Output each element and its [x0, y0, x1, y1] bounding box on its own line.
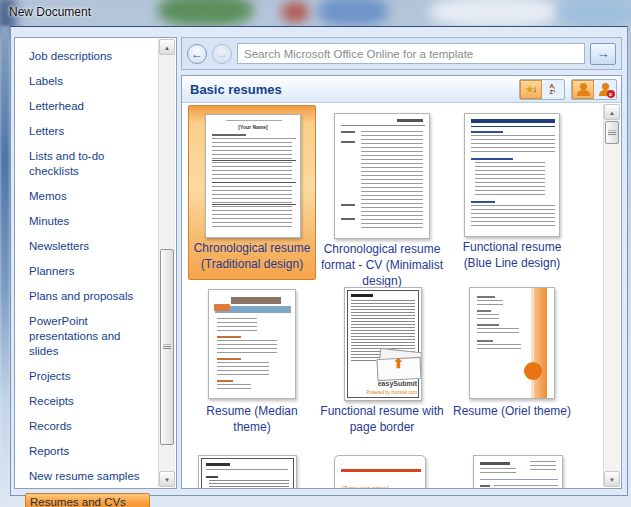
monster-arrow-icon: ⬆ — [393, 356, 404, 371]
template-functional-blue-line[interactable]: Functional resume (Blue Line design) — [448, 105, 576, 280]
show-community-templates-button[interactable] — [572, 80, 594, 99]
sidebar-item-memos[interactable]: Memos — [25, 188, 156, 205]
sort-toolbar: ★↓ AZ↓ x — [519, 79, 617, 100]
template-caption: Resume (Oriel theme) — [448, 403, 576, 419]
preview-type-your-name: [Type your name] — [342, 485, 388, 488]
preview-decoration — [475, 162, 545, 198]
preview-decoration — [217, 362, 269, 376]
sidebar-item-newsletters[interactable]: Newsletters — [25, 238, 156, 255]
search-bar: ← → → — [181, 37, 622, 70]
preview-decoration — [477, 296, 495, 298]
preview-decoration — [217, 384, 251, 392]
preview-decoration — [217, 340, 277, 354]
community-button-group: x — [571, 79, 617, 100]
template-partial-3[interactable] — [448, 455, 576, 488]
sidebar-item-letters[interactable]: Letters — [25, 123, 156, 140]
preview-decoration — [206, 463, 230, 466]
sort-alphabetical-button[interactable]: AZ↓ — [542, 80, 564, 99]
new-document-dialog: Job descriptions Labels Letterhead Lette… — [10, 26, 628, 496]
sidebar-item-planners[interactable]: Planners — [25, 263, 156, 280]
down-arrow-icon: ↓ — [552, 85, 557, 94]
sidebar-item-powerpoint-presentations[interactable]: PowerPoint presentations and slides — [25, 313, 156, 360]
window-frame-left — [0, 26, 10, 507]
preview-decoration — [471, 119, 555, 123]
preview-decoration — [480, 468, 516, 474]
template-chronological-traditional[interactable]: [Your Name] Chronological resume (Tradit… — [188, 105, 316, 280]
scroll-up-button[interactable]: ▲ — [604, 104, 620, 120]
back-button[interactable]: ← — [187, 44, 207, 64]
preview-decoration — [341, 125, 425, 126]
red-x-badge: x — [607, 90, 615, 98]
scroll-down-button[interactable]: ▼ — [604, 471, 620, 487]
sidebar-item-job-descriptions[interactable]: Job descriptions — [25, 48, 156, 65]
search-input[interactable] — [237, 43, 585, 64]
preview-decoration — [212, 182, 296, 183]
titlebar-glass-decoration — [158, 0, 253, 26]
oriel-orange-stripe — [534, 288, 547, 399]
preview-decoration — [212, 160, 296, 161]
preview-decoration — [494, 485, 558, 488]
template-thumbnail — [334, 113, 430, 239]
template-caption: Functional resume with page border — [318, 403, 446, 435]
sidebar-item-minutes[interactable]: Minutes — [25, 213, 156, 230]
template-caption: Chronological resume format - CV (Minima… — [318, 241, 446, 289]
sidebar-item-reports[interactable]: Reports — [25, 443, 156, 460]
preview-decoration — [217, 318, 257, 332]
sidebar-scrollbar[interactable]: ▲ ▼ — [158, 39, 175, 487]
template-functional-page-border[interactable]: ⬆ easySubmit Powered by monster.com Func… — [318, 285, 446, 445]
sidebar-item-new-resume-samples[interactable]: New resume samples — [25, 468, 156, 485]
preview-decoration — [206, 476, 218, 478]
sidebar-item-letterhead[interactable]: Letterhead — [25, 98, 156, 115]
template-resume-median[interactable]: Resume (Median theme) — [188, 285, 316, 445]
scrollbar-thumb[interactable] — [605, 121, 619, 144]
preview-decoration — [480, 485, 490, 487]
sidebar-item-labels[interactable]: Labels — [25, 73, 156, 90]
person-icon — [577, 83, 590, 96]
preview-decoration — [471, 135, 555, 155]
forward-button[interactable]: → — [212, 44, 232, 64]
template-resume-oriel[interactable]: Resume (Oriel theme) — [448, 285, 576, 445]
search-go-button[interactable]: → — [590, 43, 616, 65]
sidebar-item-lists-and-to-do-checklists[interactable]: Lists and to-do checklists — [25, 148, 156, 180]
titlebar-glass-decoration — [556, 0, 631, 26]
person-body — [577, 90, 590, 96]
sort-by-rating-button[interactable]: ★↓ — [520, 80, 542, 99]
preview-decoration — [477, 328, 519, 335]
sidebar-item-receipts[interactable]: Receipts — [25, 393, 156, 410]
template-chronological-cv-minimalist[interactable]: Chronological resume format - CV (Minima… — [318, 105, 446, 280]
oriel-orange-dot — [524, 362, 542, 380]
desktop-background: New Document Job descriptions Labels Let… — [0, 0, 631, 507]
templates-grid: [Your Name] Chronological resume (Tradit… — [182, 103, 621, 488]
sidebar-item-projects[interactable]: Projects — [25, 368, 156, 385]
template-caption: Resume (Median theme) — [188, 403, 316, 435]
preview-decoration — [471, 205, 555, 227]
template-partial-1[interactable] — [188, 455, 316, 488]
scrollbar-thumb[interactable] — [160, 249, 174, 445]
easysubmit-logo-text: easySubmit — [378, 380, 417, 387]
sidebar-item-resumes-and-cvs[interactable]: Resumes and CVs — [25, 493, 150, 507]
preview-decoration — [477, 324, 499, 326]
preview-decoration — [361, 131, 423, 231]
preview-decoration — [471, 201, 495, 203]
preview-decoration — [341, 141, 355, 143]
templates-scrollbar[interactable]: ▲ ▼ — [603, 104, 620, 487]
sort-button-group: ★↓ AZ↓ — [519, 79, 565, 100]
template-thumbnail — [208, 289, 296, 399]
templates-header: Basic resumes ★↓ AZ↓ — [182, 76, 621, 103]
preview-decoration — [341, 218, 355, 220]
scroll-up-button[interactable]: ▲ — [159, 39, 175, 55]
sidebar-item-records[interactable]: Records — [25, 418, 156, 435]
template-thumbnail: [Your Name] — [205, 114, 301, 238]
sidebar-item-plans-and-proposals[interactable]: Plans and proposals — [25, 288, 156, 305]
category-list: Job descriptions Labels Letterhead Lette… — [15, 38, 158, 488]
hide-community-templates-button[interactable]: x — [594, 80, 616, 99]
section-title: Basic resumes — [190, 82, 282, 97]
template-thumbnail — [198, 455, 297, 488]
template-partial-2[interactable]: [Type your name] — [318, 455, 446, 488]
scrollbar-grip — [163, 345, 171, 350]
template-categories-panel: Job descriptions Labels Letterhead Lette… — [14, 37, 177, 489]
monster-logo-text: Powered by monster.com — [366, 390, 417, 395]
preview-your-name: [Your Name] — [206, 124, 300, 130]
scroll-down-button[interactable]: ▼ — [159, 471, 175, 487]
person-head — [580, 83, 587, 90]
